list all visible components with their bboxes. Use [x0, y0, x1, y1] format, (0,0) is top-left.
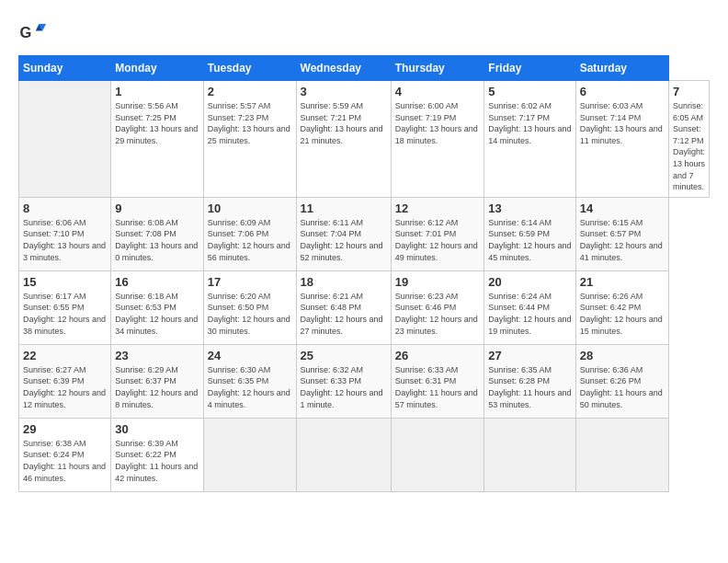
day-number: 18 [301, 275, 387, 289]
day-number: 23 [115, 349, 199, 362]
calendar-cell: 1Sunrise: 5:56 AMSunset: 7:25 PMDaylight… [111, 81, 204, 198]
day-number: 6 [580, 85, 665, 98]
day-number: 16 [115, 275, 199, 289]
day-number: 29 [23, 422, 107, 436]
day-number: 8 [23, 201, 107, 215]
day-number: 19 [395, 275, 481, 289]
day-info: Sunrise: 6:32 AMSunset: 6:33 PMDaylight:… [301, 364, 387, 410]
col-sunday: Sunday [19, 56, 111, 81]
calendar-week-2: 8Sunrise: 6:06 AMSunset: 7:10 PMDaylight… [19, 197, 710, 270]
day-info: Sunrise: 6:09 AMSunset: 7:06 PMDaylight:… [208, 217, 292, 263]
day-info: Sunrise: 6:39 AMSunset: 6:22 PMDaylight:… [115, 438, 199, 484]
col-tuesday: Tuesday [203, 56, 296, 81]
calendar-cell: 20Sunrise: 6:24 AMSunset: 6:44 PMDayligh… [484, 270, 575, 344]
day-number: 22 [23, 349, 107, 362]
day-info: Sunrise: 6:21 AMSunset: 6:48 PMDaylight:… [301, 291, 387, 337]
calendar-cell: 3Sunrise: 5:59 AMSunset: 7:21 PMDaylight… [296, 81, 391, 198]
calendar-week-5: 29Sunrise: 6:38 AMSunset: 6:24 PMDayligh… [19, 418, 710, 491]
day-number: 12 [395, 201, 481, 215]
day-info: Sunrise: 6:24 AMSunset: 6:44 PMDaylight:… [488, 291, 571, 337]
logo-icon: G [18, 18, 46, 46]
calendar-cell: 18Sunrise: 6:21 AMSunset: 6:48 PMDayligh… [296, 270, 391, 344]
calendar-week-4: 22Sunrise: 6:27 AMSunset: 6:39 PMDayligh… [19, 344, 710, 418]
calendar-cell: 27Sunrise: 6:35 AMSunset: 6:28 PMDayligh… [484, 344, 575, 418]
day-number: 17 [208, 275, 292, 289]
day-info: Sunrise: 6:26 AMSunset: 6:42 PMDaylight:… [580, 291, 665, 337]
calendar-cell: 10Sunrise: 6:09 AMSunset: 7:06 PMDayligh… [203, 197, 296, 270]
day-number: 27 [488, 349, 571, 362]
day-info: Sunrise: 6:12 AMSunset: 7:01 PMDaylight:… [395, 217, 481, 263]
day-info: Sunrise: 6:30 AMSunset: 6:35 PMDaylight:… [208, 364, 292, 410]
day-number: 24 [208, 349, 292, 362]
calendar-cell: 15Sunrise: 6:17 AMSunset: 6:55 PMDayligh… [19, 270, 111, 344]
day-info: Sunrise: 5:59 AMSunset: 7:21 PMDaylight:… [301, 100, 387, 146]
day-info: Sunrise: 6:15 AMSunset: 6:57 PMDaylight:… [580, 217, 665, 263]
col-wednesday: Wednesday [296, 56, 391, 81]
day-info: Sunrise: 6:27 AMSunset: 6:39 PMDaylight:… [23, 364, 107, 410]
day-number: 14 [580, 201, 665, 215]
calendar-cell: 9Sunrise: 6:08 AMSunset: 7:08 PMDaylight… [111, 197, 204, 270]
col-monday: Monday [111, 56, 204, 81]
day-info: Sunrise: 6:35 AMSunset: 6:28 PMDaylight:… [488, 364, 571, 410]
calendar-cell: 11Sunrise: 6:11 AMSunset: 7:04 PMDayligh… [296, 197, 391, 270]
day-info: Sunrise: 6:38 AMSunset: 6:24 PMDaylight:… [23, 438, 107, 484]
day-number: 25 [301, 349, 387, 362]
day-number: 4 [395, 85, 481, 98]
svg-text:G: G [20, 24, 32, 40]
calendar-cell: 2Sunrise: 5:57 AMSunset: 7:23 PMDaylight… [203, 81, 296, 198]
calendar-cell: 5Sunrise: 6:02 AMSunset: 7:17 PMDaylight… [484, 81, 575, 198]
day-info: Sunrise: 6:06 AMSunset: 7:10 PMDaylight:… [23, 217, 107, 263]
calendar-week-3: 15Sunrise: 6:17 AMSunset: 6:55 PMDayligh… [19, 270, 710, 344]
day-number: 15 [23, 275, 107, 289]
calendar-cell [19, 81, 111, 198]
day-number: 20 [488, 275, 571, 289]
day-number: 1 [115, 85, 199, 98]
calendar-cell: 12Sunrise: 6:12 AMSunset: 7:01 PMDayligh… [391, 197, 484, 270]
calendar-header: Sunday Monday Tuesday Wednesday Thursday… [19, 56, 710, 81]
day-number: 21 [580, 275, 665, 289]
calendar-body: 1Sunrise: 5:56 AMSunset: 7:25 PMDaylight… [19, 81, 710, 492]
calendar-table: Sunday Monday Tuesday Wednesday Thursday… [18, 55, 710, 492]
logo: G [18, 18, 50, 46]
day-info: Sunrise: 6:33 AMSunset: 6:31 PMDaylight:… [395, 364, 481, 410]
col-thursday: Thursday [391, 56, 484, 81]
calendar-cell [484, 418, 575, 491]
calendar-cell: 16Sunrise: 6:18 AMSunset: 6:53 PMDayligh… [111, 270, 204, 344]
calendar-cell: 30Sunrise: 6:39 AMSunset: 6:22 PMDayligh… [111, 418, 204, 491]
day-info: Sunrise: 6:20 AMSunset: 6:50 PMDaylight:… [208, 291, 292, 337]
day-number: 11 [301, 201, 387, 215]
calendar-cell: 8Sunrise: 6:06 AMSunset: 7:10 PMDaylight… [19, 197, 111, 270]
calendar-cell: 23Sunrise: 6:29 AMSunset: 6:37 PMDayligh… [111, 344, 204, 418]
day-number: 28 [580, 349, 665, 362]
day-info: Sunrise: 5:56 AMSunset: 7:25 PMDaylight:… [115, 100, 199, 146]
calendar-cell [296, 418, 391, 491]
day-info: Sunrise: 6:17 AMSunset: 6:55 PMDaylight:… [23, 291, 107, 337]
calendar-cell: 28Sunrise: 6:36 AMSunset: 6:26 PMDayligh… [575, 344, 668, 418]
day-number: 30 [115, 422, 199, 436]
calendar-cell [203, 418, 296, 491]
calendar-cell: 13Sunrise: 6:14 AMSunset: 6:59 PMDayligh… [484, 197, 575, 270]
calendar-cell: 21Sunrise: 6:26 AMSunset: 6:42 PMDayligh… [575, 270, 668, 344]
day-info: Sunrise: 6:11 AMSunset: 7:04 PMDaylight:… [301, 217, 387, 263]
day-info: Sunrise: 6:08 AMSunset: 7:08 PMDaylight:… [115, 217, 199, 263]
day-number: 7 [673, 85, 705, 98]
calendar-cell: 22Sunrise: 6:27 AMSunset: 6:39 PMDayligh… [19, 344, 111, 418]
calendar-cell: 24Sunrise: 6:30 AMSunset: 6:35 PMDayligh… [203, 344, 296, 418]
col-friday: Friday [484, 56, 575, 81]
calendar-cell: 29Sunrise: 6:38 AMSunset: 6:24 PMDayligh… [19, 418, 111, 491]
day-number: 13 [488, 201, 571, 215]
day-info: Sunrise: 6:29 AMSunset: 6:37 PMDaylight:… [115, 364, 199, 410]
day-info: Sunrise: 5:57 AMSunset: 7:23 PMDaylight:… [208, 100, 292, 146]
calendar-cell: 25Sunrise: 6:32 AMSunset: 6:33 PMDayligh… [296, 344, 391, 418]
day-number: 9 [115, 201, 199, 215]
day-info: Sunrise: 6:18 AMSunset: 6:53 PMDaylight:… [115, 291, 199, 337]
day-info: Sunrise: 6:02 AMSunset: 7:17 PMDaylight:… [488, 100, 571, 146]
calendar-cell: 6Sunrise: 6:03 AMSunset: 7:14 PMDaylight… [575, 81, 668, 198]
page-header: G [18, 18, 710, 46]
day-number: 3 [301, 85, 387, 98]
calendar-cell: 14Sunrise: 6:15 AMSunset: 6:57 PMDayligh… [575, 197, 668, 270]
day-number: 5 [488, 85, 571, 98]
day-info: Sunrise: 6:23 AMSunset: 6:46 PMDaylight:… [395, 291, 481, 337]
calendar-cell: 4Sunrise: 6:00 AMSunset: 7:19 PMDaylight… [391, 81, 484, 198]
day-info: Sunrise: 6:05 AMSunset: 7:12 PMDaylight:… [673, 100, 705, 193]
